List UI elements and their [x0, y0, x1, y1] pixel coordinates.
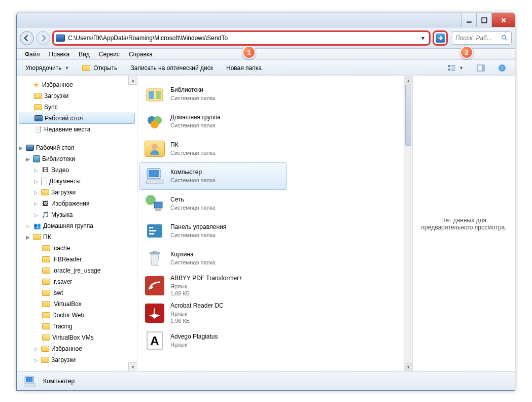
preview-pane-button[interactable] [471, 61, 490, 75]
go-button[interactable] [433, 30, 448, 46]
tree-favorites[interactable]: ★Избранное [17, 79, 137, 90]
navigation-row: ▾ Поиск: Раб... 1 2 [17, 27, 515, 49]
tree-downloads[interactable]: Загрузки [17, 90, 137, 102]
computer-icon [144, 165, 165, 187]
abbyy-icon [144, 275, 165, 296]
item-recycle-bin[interactable]: КорзинаСистемная папка [139, 245, 287, 272]
folder-icon [42, 279, 50, 285]
callout-2: 2 [460, 46, 473, 59]
open-button[interactable]: Открыть [77, 62, 123, 74]
advego-icon: A [144, 330, 165, 351]
svg-rect-0 [467, 21, 472, 22]
address-dropdown-icon[interactable]: ▾ [419, 35, 427, 42]
svg-rect-28 [145, 276, 164, 295]
tree-desktop[interactable]: Рабочий стол [19, 113, 135, 124]
item-control-panel[interactable]: Панель управленияСистемная папка [139, 217, 287, 245]
tree-virtualbox[interactable]: .VirtualBox [17, 298, 137, 310]
item-computer[interactable]: КомпьютерСистемная папка [139, 162, 287, 190]
tree-fbreader[interactable]: .FBReader [17, 254, 137, 265]
tree-sync[interactable]: Sync [17, 102, 137, 113]
folder-icon [33, 234, 41, 240]
nav-scroll-down[interactable]: ▾ [128, 362, 137, 371]
scroll-thumb[interactable] [405, 85, 411, 146]
svg-rect-17 [149, 170, 159, 177]
folder-icon [41, 189, 49, 195]
tree-rsaver[interactable]: .r.saver [17, 276, 137, 287]
address-input[interactable] [68, 32, 419, 44]
item-advego[interactable]: A Advego PlagiatusЯрлык [139, 327, 287, 354]
callout-1: 1 [242, 46, 256, 59]
close-button[interactable] [491, 13, 515, 27]
nav-scroll-up[interactable]: ▴ [128, 76, 137, 85]
menu-service[interactable]: Сервис [95, 50, 124, 59]
item-libraries[interactable]: БиблиотекиСистемная папка [139, 80, 287, 108]
menu-edit[interactable]: Правка [45, 50, 74, 59]
folder-icon [42, 312, 50, 318]
item-acrobat[interactable]: Acrobat Reader DCЯрлык1,96 КБ [139, 299, 287, 327]
folder-icon [42, 334, 50, 341]
view-icon [448, 64, 456, 72]
libraries-icon [33, 155, 40, 162]
svg-rect-18 [146, 180, 163, 184]
forward-button[interactable] [36, 31, 50, 45]
status-label: Компьютер [43, 378, 75, 385]
search-box[interactable]: Поиск: Раб... [452, 31, 512, 45]
newfolder-button[interactable]: Новая папка [221, 62, 267, 74]
network-icon [144, 193, 165, 214]
toolbar: Упорядочить▼ Открыть Записать на оптичес… [17, 60, 515, 76]
tree-libraries[interactable]: ▶Библиотеки [17, 153, 137, 164]
navigation-pane[interactable]: ▴ ★Избранное Загрузки Sync Рабочий стол … [17, 76, 137, 371]
view-options-button[interactable]: ▼ [442, 61, 469, 75]
status-bar: Компьютер [17, 371, 515, 390]
scroll-down-icon[interactable]: ▾ [404, 362, 412, 371]
tree-drweb[interactable]: Doctor Web [17, 310, 137, 321]
menu-view[interactable]: Вид [75, 50, 94, 59]
item-abbyy[interactable]: ABBYY PDF Transformer+Ярлык1,88 КБ [139, 272, 287, 299]
item-network[interactable]: СетьСистемная папка [139, 190, 287, 217]
burn-button[interactable]: Записать на оптический диск [125, 62, 219, 74]
tree-downloads2[interactable]: ▷Загрузки [17, 187, 137, 198]
folder-icon [42, 323, 50, 329]
maximize-button[interactable] [476, 13, 491, 27]
tree-recent[interactable]: 📑Недавние места [17, 124, 137, 135]
tree-desktop-root[interactable]: ▶Рабочий стол [17, 142, 137, 153]
svg-rect-21 [155, 209, 161, 211]
pane-icon [477, 64, 485, 72]
folder-icon [42, 267, 50, 274]
video-icon: 🎞 [41, 166, 49, 174]
content-scrollbar[interactable]: ▴ ▾ [404, 76, 412, 371]
help-button[interactable]: ? [492, 61, 512, 75]
tree-downloads3[interactable]: ▷Загрузки [17, 354, 137, 365]
tree-swt[interactable]: .swt [17, 287, 137, 298]
tree-tracing[interactable]: Tracing [17, 321, 137, 332]
tree-documents[interactable]: ▷Документы [17, 176, 137, 187]
tree-oracle[interactable]: .oracle_jre_usage [17, 265, 137, 276]
tree-vboxvms[interactable]: VirtualBox VMs [17, 332, 137, 343]
back-button[interactable] [20, 31, 34, 45]
content-pane[interactable]: БиблиотекиСистемная папка Домашняя групп… [137, 76, 412, 371]
tree-video[interactable]: ▷🎞Видео [17, 164, 137, 176]
tree-cache[interactable]: .cache [17, 243, 137, 254]
tree-favorites2[interactable]: ▷Избранное [17, 343, 137, 354]
tree-homegroup[interactable]: ▷👥Домашняя группа [17, 220, 137, 231]
tree-images[interactable]: ▷🖼Изображения [17, 198, 137, 209]
minimize-button[interactable] [461, 13, 476, 27]
item-homegroup[interactable]: Домашняя группаСистемная папка [139, 108, 287, 135]
folder-icon [42, 301, 50, 307]
scroll-up-icon[interactable]: ▴ [404, 76, 412, 85]
address-bar[interactable]: ▾ [52, 30, 431, 46]
folder-icon [42, 290, 50, 296]
tree-music[interactable]: ▷🎵Музыка [17, 209, 137, 220]
tree-pk[interactable]: ▶ПК [17, 231, 137, 243]
titlebar [17, 13, 515, 27]
menu-help[interactable]: Справка [125, 50, 157, 59]
svg-rect-6 [482, 65, 484, 71]
item-pk[interactable]: ПКСистемная папка [139, 135, 287, 162]
folder-icon [82, 65, 90, 71]
svg-point-29 [150, 286, 153, 289]
organize-button[interactable]: Упорядочить▼ [20, 62, 75, 74]
address-icon [56, 35, 65, 42]
menu-file[interactable]: Файл [21, 50, 44, 59]
search-icon [501, 35, 508, 42]
status-computer-icon [22, 374, 38, 388]
